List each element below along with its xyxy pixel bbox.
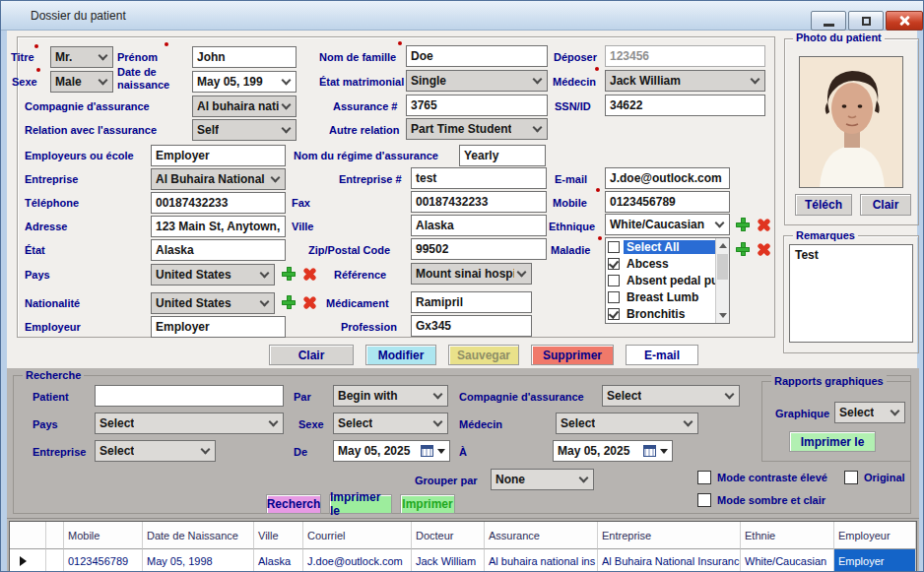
column-header[interactable]: Assurance xyxy=(485,522,598,549)
search-entreprise-dropdown[interactable]: Select xyxy=(95,440,216,462)
column-header[interactable]: Ethnie xyxy=(741,522,834,549)
scroll-up-icon[interactable] xyxy=(719,243,727,248)
etat-input[interactable]: Alaska xyxy=(151,239,286,261)
checkbox[interactable] xyxy=(608,275,620,286)
email-button[interactable]: E-mail xyxy=(626,345,698,365)
table-cell[interactable]: Al Buhaira National Insurance xyxy=(598,549,741,572)
date-to-picker[interactable]: May 05, 2025 xyxy=(553,440,673,462)
delete-pays-icon[interactable] xyxy=(301,266,317,282)
list-item[interactable]: Breast Lumb xyxy=(606,288,716,305)
mobile-input[interactable]: 0123456789 xyxy=(605,191,730,213)
table-cell[interactable]: Jack William xyxy=(412,549,485,572)
grouper-par-dropdown[interactable]: None xyxy=(491,469,594,490)
table-row[interactable]: 0123456789 May 05, 1998 Alaska J.doe@out… xyxy=(10,549,916,572)
nom-famille-input[interactable]: Doe xyxy=(406,45,548,67)
adresse-input[interactable]: 123 Main St, Anytown, xyxy=(151,216,286,237)
medecin-dropdown[interactable]: Jack William xyxy=(605,70,765,92)
relation-dropdown[interactable]: Self xyxy=(192,119,297,141)
clear-photo-button[interactable]: Clair xyxy=(860,194,911,216)
calendar-icon[interactable] xyxy=(421,445,433,457)
save-button[interactable]: Sauvegar xyxy=(448,345,519,365)
close-button[interactable] xyxy=(886,11,923,31)
fax-input[interactable]: 00187432233 xyxy=(411,191,547,213)
column-header[interactable]: Mobile xyxy=(64,522,143,549)
telephone-input[interactable]: 00187432233 xyxy=(151,192,286,214)
search-compagnie-dropdown[interactable]: Select xyxy=(602,385,740,407)
delete-button[interactable]: Supprimer xyxy=(531,345,614,365)
column-header[interactable]: Employeur xyxy=(834,522,916,549)
ethnique-dropdown[interactable]: White/Caucasian xyxy=(605,214,730,235)
ssn-input[interactable]: 34622 xyxy=(605,95,765,116)
dark-mode-checkbox[interactable] xyxy=(697,493,711,507)
add-ethnique-icon[interactable] xyxy=(735,217,751,232)
regime-input[interactable]: Yearly xyxy=(459,145,546,166)
column-header[interactable]: Date de Naissance xyxy=(143,522,254,549)
graphique-dropdown[interactable]: Select xyxy=(834,402,905,423)
entreprise-dropdown[interactable]: Al Buhaira National xyxy=(151,168,286,190)
scrollbar[interactable] xyxy=(715,238,729,323)
profession-input[interactable]: Gx345 xyxy=(411,315,532,337)
remarques-textarea[interactable]: Test xyxy=(789,244,913,343)
table-cell-selected[interactable]: Employer xyxy=(834,549,916,572)
scrollbar-thumb[interactable] xyxy=(717,254,728,280)
column-header[interactable] xyxy=(46,522,64,549)
sexe-dropdown[interactable]: Male xyxy=(50,71,113,93)
add-nationalite-icon[interactable] xyxy=(281,294,297,310)
zip-input[interactable]: 99502 xyxy=(411,238,547,260)
delete-nationalite-icon[interactable] xyxy=(301,294,317,310)
checkbox[interactable] xyxy=(608,258,620,270)
table-cell[interactable]: 0123456789 xyxy=(64,549,143,572)
search-pays-dropdown[interactable]: Select xyxy=(95,413,284,434)
email-input[interactable]: J.doe@outlock.com xyxy=(605,167,730,189)
ville-input[interactable]: Alaska xyxy=(411,215,547,236)
list-item[interactable]: Select All xyxy=(606,238,716,255)
column-header[interactable] xyxy=(10,522,46,549)
list-item[interactable]: Absent pedal pu xyxy=(606,272,716,288)
checkbox[interactable] xyxy=(608,291,620,303)
search-par-dropdown[interactable]: Begin with xyxy=(333,385,448,407)
add-maladie-icon[interactable] xyxy=(735,241,751,257)
reference-dropdown[interactable]: Mount sinai hospital xyxy=(411,263,532,285)
original-checkbox[interactable] xyxy=(844,471,858,484)
column-header[interactable]: Entreprise xyxy=(598,522,741,549)
prenom-input[interactable]: John xyxy=(192,46,297,68)
nationalite-dropdown[interactable]: United States xyxy=(151,292,275,314)
print-graph-button[interactable]: Imprimer le xyxy=(789,431,876,452)
print-button[interactable]: Imprimer xyxy=(400,494,455,514)
dropdown-arrow-icon[interactable] xyxy=(660,449,668,454)
titre-dropdown[interactable]: Mr. xyxy=(50,46,113,68)
assurance-num-input[interactable]: 3765 xyxy=(406,95,548,116)
maladie-listbox[interactable]: Select All Abcess Absent pedal pu Breast… xyxy=(605,237,730,324)
checkbox[interactable] xyxy=(608,308,620,320)
table-cell[interactable]: Al buhaira national ins xyxy=(485,549,598,572)
table-cell[interactable]: Alaska xyxy=(254,549,303,572)
upload-photo-button[interactable]: Téléch xyxy=(795,194,852,216)
employeurs-ecole-input[interactable]: Employer xyxy=(151,145,286,166)
delete-ethnique-icon[interactable] xyxy=(756,217,771,232)
search-sexe-dropdown[interactable]: Select xyxy=(333,413,448,434)
table-cell[interactable]: White/Caucasian xyxy=(741,549,834,572)
minimize-button[interactable] xyxy=(811,11,846,31)
entreprise-num-input[interactable]: test xyxy=(411,167,547,189)
medicament-input[interactable]: Ramipril xyxy=(411,291,532,313)
checkbox[interactable] xyxy=(608,241,620,253)
modify-button[interactable]: Modifier xyxy=(365,345,436,365)
column-header[interactable]: Docteur xyxy=(412,522,485,549)
delete-maladie-icon[interactable] xyxy=(756,241,771,257)
date-naissance-dropdown[interactable]: May 05, 199 xyxy=(192,71,297,93)
search-medecin-dropdown[interactable]: Select xyxy=(556,413,698,434)
dropdown-arrow-icon[interactable] xyxy=(437,449,445,454)
search-patient-input[interactable] xyxy=(95,385,284,407)
maximize-button[interactable] xyxy=(848,11,884,31)
scroll-down-icon[interactable] xyxy=(719,313,727,318)
etat-matrimonial-dropdown[interactable]: Single xyxy=(406,70,548,92)
clear-button[interactable]: Clair xyxy=(269,345,354,365)
table-cell[interactable]: May 05, 1998 xyxy=(143,549,254,572)
pays-dropdown[interactable]: United States xyxy=(151,264,275,286)
table-cell[interactable] xyxy=(46,549,64,572)
employeur-input[interactable]: Employer xyxy=(151,316,286,338)
print-list-button[interactable]: Imprimer le xyxy=(329,494,392,514)
search-button[interactable]: Recherch xyxy=(266,494,321,514)
autre-relation-dropdown[interactable]: Part Time Student xyxy=(406,118,548,140)
list-item[interactable]: Bronchitis xyxy=(606,305,716,322)
